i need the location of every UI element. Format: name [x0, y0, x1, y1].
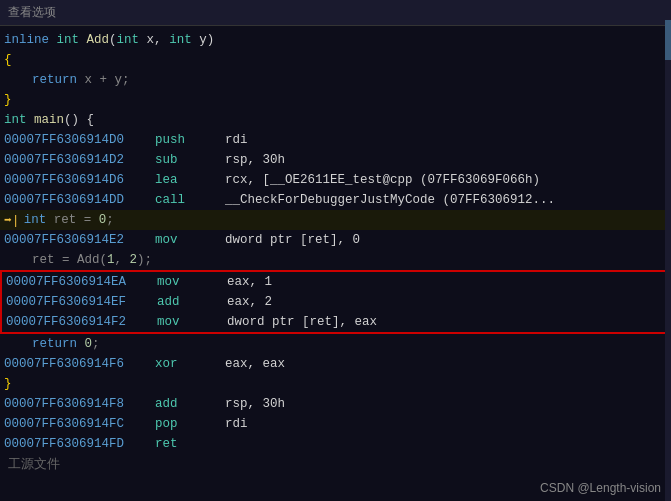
code-line-brace-close2: } — [0, 374, 671, 394]
code-line-sub: 00007FF6306914D2 sub rsp, 30h — [0, 150, 671, 170]
ret-add-source: ret = Add(1, 2); — [0, 253, 152, 267]
op-lea: rcx, [__OE2611EE_test@cpp (07FF63069F066… — [225, 173, 540, 187]
addr-f8: 00007FF6306914F8 — [0, 397, 155, 411]
addr-fc: 00007FF6306914FC — [0, 417, 155, 431]
addr-ea: 00007FF6306914EA — [2, 275, 157, 289]
watermark: CSDN @Length-vision — [540, 481, 661, 495]
addr-e2: 00007FF6306914E2 — [0, 233, 155, 247]
addr-f6: 00007FF6306914F6 — [0, 357, 155, 371]
addr-fd: 00007FF6306914FD — [0, 437, 155, 451]
arrow-source: int ret = 0; — [22, 213, 114, 227]
brace-close2: } — [0, 377, 12, 391]
code-line-arrow: ➡| int ret = 0; — [0, 210, 671, 230]
code-line-brace-close: } — [0, 90, 671, 110]
code-line-mov-eax1: 00007FF6306914EA mov eax, 1 — [2, 272, 669, 292]
op-rsp30h2: rsp, 30h — [225, 397, 285, 411]
code-line-push: 00007FF6306914D0 push rdi — [0, 130, 671, 150]
code-line-return0: return 0; — [0, 334, 671, 354]
instr-mov2: mov — [157, 275, 227, 289]
code-line-mov-ret0: 00007FF6306914E2 mov dword ptr [ret], 0 — [0, 230, 671, 250]
code-line-xor: 00007FF6306914F6 xor eax, eax — [0, 354, 671, 374]
top-bar-text: 查看选项 — [8, 6, 56, 20]
code-line-pop: 00007FF6306914FC pop rdi — [0, 414, 671, 434]
return-statement: return x + y; — [0, 73, 130, 87]
code-line: inline int Add(int x, int y) — [0, 30, 671, 50]
instr-xor: xor — [155, 357, 225, 371]
instr-mov3: mov — [157, 315, 227, 329]
source-file-label: 工源文件 — [0, 456, 60, 473]
instr-call: call — [155, 193, 225, 207]
instr-mov1: mov — [155, 233, 225, 247]
instr-push: push — [155, 133, 225, 147]
instr-ret: ret — [155, 437, 225, 451]
red-box: 00007FF6306914EA mov eax, 1 00007FF63069… — [0, 270, 671, 334]
code-line-call: 00007FF6306914DD call __CheckForDebugger… — [0, 190, 671, 210]
code-line-lea: 00007FF6306914D6 lea rcx, [__OE2611EE_te… — [0, 170, 671, 190]
op-call: __CheckForDebuggerJustMyCode (07FF630691… — [225, 193, 555, 207]
instr-sub: sub — [155, 153, 225, 167]
op-eax2: eax, 2 — [227, 295, 272, 309]
source-line-header: inline int Add(int x, int y) — [0, 33, 214, 47]
return0-source: return 0; — [0, 337, 100, 351]
op-rdi: rdi — [225, 133, 248, 147]
top-bar: 查看选项 — [0, 0, 671, 26]
code-area: inline int Add(int x, int y) { return x … — [0, 26, 671, 478]
code-line-mov-ret-eax: 00007FF6306914F2 mov dword ptr [ret], ea… — [2, 312, 669, 332]
op-dword-reteax: dword ptr [ret], eax — [227, 315, 377, 329]
instr-pop: pop — [155, 417, 225, 431]
addr-dd: 00007FF6306914DD — [0, 193, 155, 207]
code-line-brace-open: { — [0, 50, 671, 70]
op-dword-ret0: dword ptr [ret], 0 — [225, 233, 360, 247]
scrollbar-thumb[interactable] — [665, 20, 671, 60]
scrollbar[interactable] — [665, 0, 671, 501]
brace-close: } — [0, 93, 12, 107]
code-line-retadd: ret = Add(1, 2); — [0, 250, 671, 270]
op-rsp30h: rsp, 30h — [225, 153, 285, 167]
op-eax-eax: eax, eax — [225, 357, 285, 371]
instr-lea: lea — [155, 173, 225, 187]
arrow-indicator: ➡| — [0, 212, 20, 228]
instr-add2: add — [155, 397, 225, 411]
code-line-source-file: 工源文件 — [0, 454, 671, 474]
code-line-add-eax2: 00007FF6306914EF add eax, 2 — [2, 292, 669, 312]
instr-add: add — [157, 295, 227, 309]
code-line-return: return x + y; — [0, 70, 671, 90]
addr-ef: 00007FF6306914EF — [2, 295, 157, 309]
brace-open: { — [0, 53, 12, 67]
code-line-ret: 00007FF6306914FD ret — [0, 434, 671, 454]
addr-d0: 00007FF6306914D0 — [0, 133, 155, 147]
main-header: int main() { — [0, 113, 94, 127]
addr-f2: 00007FF6306914F2 — [2, 315, 157, 329]
editor-container: 查看选项 inline int Add(int x, int y) { retu… — [0, 0, 671, 501]
op-rdi2: rdi — [225, 417, 248, 431]
addr-d6: 00007FF6306914D6 — [0, 173, 155, 187]
code-line-add-rsp: 00007FF6306914F8 add rsp, 30h — [0, 394, 671, 414]
op-eax1: eax, 1 — [227, 275, 272, 289]
code-line-main: int main() { — [0, 110, 671, 130]
addr-d2: 00007FF6306914D2 — [0, 153, 155, 167]
